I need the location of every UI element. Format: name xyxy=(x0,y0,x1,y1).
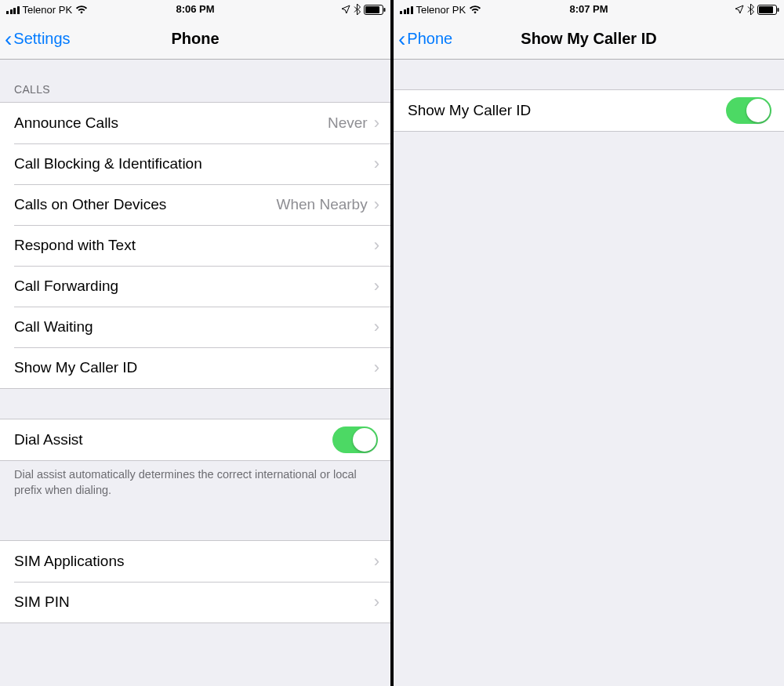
row-sim-applications[interactable]: SIM Applications › xyxy=(0,541,390,582)
row-label: Call Waiting xyxy=(14,318,374,336)
screen-show-my-caller-id: Telenor PK 8:07 PM ‹ Phone Show My Calle… xyxy=(394,0,784,686)
chevron-right-icon: › xyxy=(374,551,379,572)
page-title: Show My Caller ID xyxy=(521,30,656,48)
chevron-right-icon: › xyxy=(374,592,379,612)
back-label: Phone xyxy=(407,30,452,48)
row-label: SIM PIN xyxy=(14,593,374,611)
content: Show My Caller ID xyxy=(394,60,784,686)
dial-assist-toggle[interactable] xyxy=(332,426,378,453)
back-label: Settings xyxy=(13,30,70,48)
status-bar: Telenor PK 8:07 PM xyxy=(394,0,784,19)
row-calls-other-devices[interactable]: Calls on Other Devices When Nearby › xyxy=(0,184,390,225)
back-button[interactable]: ‹ Phone xyxy=(398,28,452,50)
row-show-my-caller-id[interactable]: Show My Caller ID › xyxy=(0,347,390,388)
chevron-right-icon: › xyxy=(374,317,379,337)
screen-phone-settings: Telenor PK 8:06 PM ‹ Settings Phone CALL… xyxy=(0,0,390,686)
row-show-my-caller-id[interactable]: Show My Caller ID xyxy=(394,90,784,131)
status-time: 8:07 PM xyxy=(394,3,784,15)
row-sim-pin[interactable]: SIM PIN › xyxy=(0,582,390,622)
row-label: Call Blocking & Identification xyxy=(14,155,374,172)
row-label: Respond with Text xyxy=(14,237,374,254)
row-label: SIM Applications xyxy=(14,553,374,570)
row-label: Dial Assist xyxy=(14,431,332,448)
sim-group: SIM Applications › SIM PIN › xyxy=(0,540,390,623)
chevron-left-icon: ‹ xyxy=(5,28,12,50)
nav-bar: ‹ Phone Show My Caller ID xyxy=(394,19,784,60)
caller-id-toggle[interactable] xyxy=(726,97,771,124)
row-label: Calls on Other Devices xyxy=(14,196,277,213)
chevron-right-icon: › xyxy=(374,113,379,133)
chevron-right-icon: › xyxy=(374,276,379,296)
row-label: Announce Calls xyxy=(14,114,328,132)
caller-id-group: Show My Caller ID xyxy=(394,89,784,132)
status-time: 8:06 PM xyxy=(0,3,390,15)
row-label: Show My Caller ID xyxy=(408,102,726,119)
calls-group: Announce Calls Never › Call Blocking & I… xyxy=(0,102,390,389)
chevron-right-icon: › xyxy=(374,235,379,256)
page-title: Phone xyxy=(171,30,219,48)
row-value: When Nearby xyxy=(277,196,368,213)
chevron-right-icon: › xyxy=(374,358,379,378)
chevron-left-icon: ‹ xyxy=(398,28,405,50)
row-call-forwarding[interactable]: Call Forwarding › xyxy=(0,266,390,307)
content: CALLS Announce Calls Never › Call Blocki… xyxy=(0,60,390,686)
row-label: Call Forwarding xyxy=(14,278,374,295)
row-value: Never xyxy=(328,114,368,132)
status-bar: Telenor PK 8:06 PM xyxy=(0,0,390,19)
dial-assist-group: Dial Assist xyxy=(0,419,390,461)
row-announce-calls[interactable]: Announce Calls Never › xyxy=(0,103,390,143)
back-button[interactable]: ‹ Settings xyxy=(5,28,71,50)
dial-assist-footer: Dial assist automatically determines the… xyxy=(0,461,390,498)
row-dial-assist[interactable]: Dial Assist xyxy=(0,419,390,460)
row-respond-with-text[interactable]: Respond with Text › xyxy=(0,225,390,266)
chevron-right-icon: › xyxy=(374,194,379,215)
chevron-right-icon: › xyxy=(374,154,379,174)
row-call-waiting[interactable]: Call Waiting › xyxy=(0,307,390,347)
section-header-calls: CALLS xyxy=(0,60,390,102)
row-call-blocking[interactable]: Call Blocking & Identification › xyxy=(0,143,390,184)
row-label: Show My Caller ID xyxy=(14,359,374,376)
nav-bar: ‹ Settings Phone xyxy=(0,19,390,60)
